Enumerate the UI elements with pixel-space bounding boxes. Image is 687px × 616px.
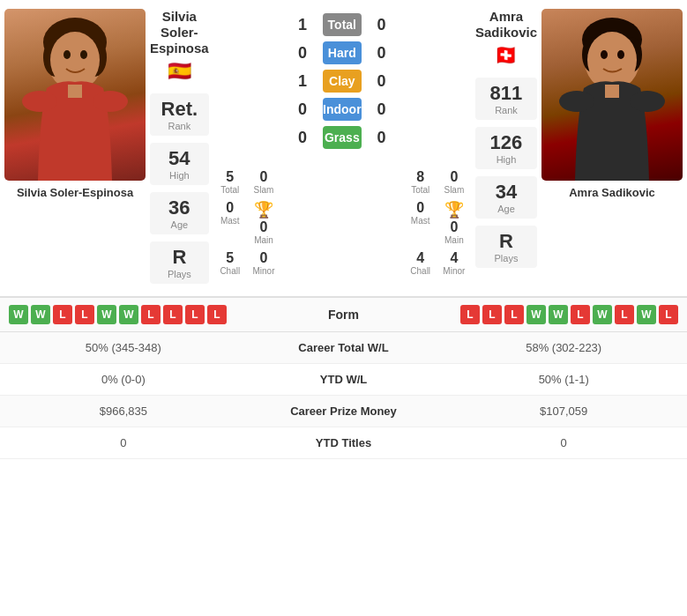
left-rank-value: Ret. [161,98,198,121]
career-wl-label: Career Total W/L [234,341,454,354]
svg-point-6 [80,50,87,59]
left-flag: 🇪🇸 [168,60,191,83]
svg-point-9 [93,91,128,112]
form-badge-l: L [659,305,678,324]
left-small-stats: 5 Total 0 Slam 0 Mast 🏆 0 Main [213,9,280,287]
right-age-box: 34 Age [475,176,537,219]
center-left-grass: 0 [289,129,316,147]
right-age-value: 34 [496,181,517,204]
form-badge-l: L [53,305,72,324]
left-rank-box: Ret. Rank [150,93,209,136]
form-badge-l: L [75,305,94,324]
svg-point-19 [630,91,665,112]
ytd-titles-label: YTD Titles [234,436,454,449]
form-badge-l: L [207,305,227,324]
form-badge-w: W [119,305,138,324]
total-badge-label: Total [328,18,356,32]
right-high-label: High [497,154,517,165]
left-player-photo [4,9,146,181]
center-left-indoor: 0 [289,100,316,119]
svg-point-8 [22,91,57,112]
left-high-value: 54 [168,147,190,170]
right-minor-val: 4 [450,250,458,266]
left-ytd-wl: 0% (0-0) [13,373,234,386]
form-badge-w: W [9,305,28,324]
form-badge-l: L [185,305,205,324]
center-right-hard: 0 [369,44,395,63]
career-wl-row: 50% (345-348) Career Total W/L 58% (302-… [0,332,687,364]
left-mast-val: 0 [226,200,234,216]
right-total-lbl: Total [411,185,429,195]
svg-point-16 [617,50,624,59]
left-total-lbl: Total [220,185,239,195]
form-badge-w: W [593,305,612,324]
form-badge-w: W [526,305,546,324]
svg-rect-7 [68,85,82,98]
left-career-wl: 50% (345-348) [13,341,234,354]
svg-rect-17 [605,85,619,98]
right-rank-box: 811 Rank [475,78,537,120]
left-mast-lbl: Mast [220,216,240,226]
form-badge-w: W [549,305,568,324]
prize-row: $966,835 Career Prize Money $107,059 [0,396,687,427]
left-chall-val: 5 [226,250,234,266]
right-player-photo-col: Amra Sadikovic [541,9,683,287]
form-right-badges: LLLWWLWLWL [397,305,679,324]
right-mast-val: 0 [416,200,424,216]
right-main-val: 0 [450,219,458,235]
right-ytd-wl: 50% (1-1) [453,373,674,386]
form-left-badges: WWLLWWLLLL [9,305,291,324]
form-badge-l: L [504,305,524,324]
center-left-total: 1 [289,16,316,34]
ytd-titles-row: 0 YTD Titles 0 [0,427,687,459]
right-prize: $107,059 [453,404,674,418]
right-player-name-header: Amra Sadikovic [475,9,537,41]
indoor-badge: Indoor [323,98,362,121]
bottom-section: WWLLWWLLLL Form LLLWWLWLWL 50% (345-348)… [0,296,687,459]
right-high-box: 126 High [475,127,537,169]
right-plays-box: R Plays [475,226,537,268]
svg-point-14 [587,32,637,88]
form-row: WWLLWWLLLL Form LLLWWLWLWL [0,298,687,332]
left-stats-col: Silvia Soler-Espinosa 🇪🇸 Ret. Rank 54 Hi… [146,9,213,287]
left-player-name-under: Silvia Soler-Espinosa [17,186,133,199]
right-main-lbl: Main [444,235,464,245]
left-high-label: High [169,170,190,181]
right-ytd-titles: 0 [453,436,674,449]
clay-badge: Clay [323,70,362,93]
svg-point-15 [601,50,608,59]
right-slam-val: 0 [450,169,458,185]
right-age-label: Age [497,204,515,214]
ytd-wl-label: YTD W/L [234,373,454,386]
form-badge-l: L [460,305,480,324]
left-slam-val: 0 [260,169,268,185]
left-high-box: 54 High [150,143,209,185]
right-player-photo [541,9,683,181]
form-badge-w: W [97,305,116,324]
left-player-name-header: Silvia Soler-Espinosa [150,9,209,56]
left-slam-lbl: Slam [254,185,274,195]
right-chall-lbl: Chall [410,266,430,276]
right-rank-label: Rank [495,105,518,115]
left-age-value: 36 [168,197,190,219]
center-right-clay: 0 [369,72,395,91]
center-col: 1 Total 0 0 Hard 0 1 Clay 0 [280,9,404,287]
center-right-grass: 0 [369,129,395,147]
grass-badge-label: Grass [325,130,360,145]
form-badge-w: W [31,305,50,324]
right-flag: 🇨🇭 [494,44,518,67]
left-main-val: 0 [260,219,268,235]
right-trophy-icon: 🏆 [444,200,464,219]
right-small-stats: 8 Total 0 Slam 0 Mast 🏆 0 Main [404,9,471,287]
svg-point-5 [63,50,71,59]
left-age-box: 36 Age [150,192,209,234]
left-ytd-titles: 0 [13,436,234,449]
grass-badge: Grass [323,126,362,149]
clay-badge-label: Clay [329,74,355,88]
left-prize: $966,835 [13,404,234,418]
left-chall-lbl: Chall [220,266,240,276]
center-left-hard: 0 [289,44,316,63]
right-mast-lbl: Mast [411,216,430,226]
left-plays-value: R [172,246,186,269]
svg-point-4 [50,32,100,88]
